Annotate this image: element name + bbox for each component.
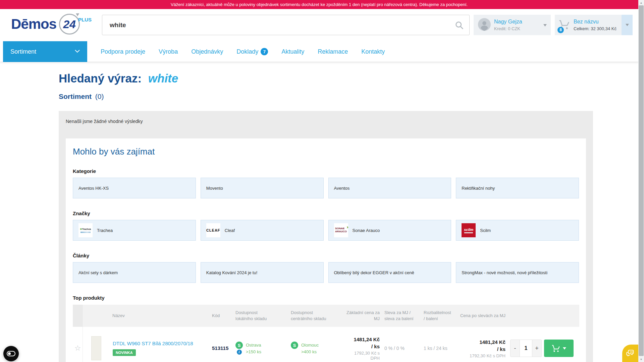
logo-24-text: 24 <box>63 18 76 31</box>
article-tile[interactable]: Akční sety s dárkem <box>73 262 196 283</box>
scrollbar-thumb[interactable] <box>639 5 644 356</box>
cart-name: Bez názvu <box>574 18 622 25</box>
suggestions-card: Mohlo by vás zajímat Kategorie Aventos H… <box>66 138 586 362</box>
sortiment-chevron-down-icon <box>75 50 80 53</box>
quantity-value[interactable]: 1 <box>520 340 532 357</box>
toggle-icon <box>7 351 15 356</box>
logo-plus-text: PLUS <box>78 17 92 22</box>
scroll-up-icon[interactable]: ▲ <box>638 0 644 5</box>
col-cena-po-slevach: Cena po slevách za MJ <box>455 313 505 319</box>
announcement-text: Vážení zákazníci, aktuálně může u polovi… <box>171 2 468 7</box>
section-count: (0) <box>95 93 104 100</box>
brand-tile-scilm[interactable]: scilm Scilm <box>456 220 579 241</box>
col-nazev: Název <box>83 313 212 319</box>
sortiment-label: Sortiment <box>10 48 36 55</box>
user-credit: Kredit: 0 CZK <box>494 26 520 31</box>
nav-item-objednavky[interactable]: Objednávky <box>191 48 223 55</box>
chat-bubbles-icon <box>625 348 635 358</box>
cart-dropdown-button[interactable] <box>622 15 633 35</box>
base-price-unit: / ks <box>344 343 380 350</box>
article-tile[interactable]: Katalog Kování 2024 je tu! <box>201 262 324 283</box>
cart-meta: Bez názvu Celkem: 32 300,34 Kč <box>574 18 622 32</box>
section-name: Sortiment <box>59 93 92 100</box>
user-meta: Nagy Gejza Kredit: 0 CZK <box>494 18 522 32</box>
cart-summary[interactable]: 8 Bez názvu Celkem: 32 300,34 Kč <box>555 15 633 35</box>
favorite-star-icon[interactable]: ☆ <box>74 344 81 353</box>
logo[interactable]: Dēmos 24 PLUS <box>11 14 80 35</box>
cart-icon: 8 <box>559 19 570 32</box>
favorite-column-header <box>73 305 83 327</box>
scilm-logo: scilm <box>462 223 476 237</box>
scrollbar[interactable]: ▲ ▼ <box>638 0 644 362</box>
product-name-cell: DTDL W960 ST7 Bílá 2800/2070/18 NOVINKA <box>83 336 212 360</box>
articles-title: Články <box>73 253 579 258</box>
brand-tile-sonae-arauco[interactable]: ➤ SONAE ARAUCO Sonae Arauco <box>328 220 451 241</box>
user-account-menu[interactable]: Nagy Gejza Kredit: 0 CZK <box>474 15 551 35</box>
nav-item-podpora-prodeje[interactable]: Podpora prodeje <box>101 48 145 55</box>
nav-item-doklady[interactable]: Doklady 7 <box>236 48 268 55</box>
category-tile[interactable]: Rektifikační nohy <box>456 178 579 198</box>
top-products-title: Top produkty <box>73 295 579 301</box>
search-input[interactable] <box>102 21 454 29</box>
col-zakladni-cena: Základní cena za MJ <box>344 310 380 321</box>
sortiment-menu-button[interactable]: Sortiment <box>3 41 87 62</box>
logo-24-circle: 24 PLUS <box>59 14 80 35</box>
product-link[interactable]: DTDL W960 ST7 Bílá 2800/2070/18 <box>113 341 193 346</box>
novinka-badge: NOVINKA <box>113 349 136 356</box>
search-icon[interactable] <box>454 20 464 30</box>
nav-item-kontakty[interactable]: Kontakty <box>361 48 385 55</box>
category-tile[interactable]: Movento <box>201 178 324 198</box>
central-stock-qty: >400 ks <box>301 349 317 354</box>
suggestions-title: Mohlo by vás zajímat <box>73 146 579 157</box>
trachea-logo: ✚Trachea <box>78 223 93 237</box>
base-price-vat: 1792,30 Kč s DPH <box>344 351 380 361</box>
sonae-arauco-logo: ➤ SONAE ARAUCO <box>334 223 348 237</box>
article-tile[interactable]: StrongMax - nové možnosti, nové příležit… <box>456 262 579 283</box>
central-stock-city: Olomouc <box>301 342 319 349</box>
brand-tiles: ✚Trachea Trachea CLEAF Cleaf ➤ SON <box>73 220 579 241</box>
base-price-cell: 1481,24 Kč / ks 1792,30 Kč s DPH <box>344 336 380 361</box>
cookie-consent-button[interactable] <box>3 346 19 361</box>
quantity-decrease-button[interactable]: - <box>511 340 520 357</box>
cart-options-chevron-icon <box>563 347 566 350</box>
final-price-unit: / ks <box>455 346 505 353</box>
no-results-message: Nenašli jsme žádné vhodné výsledky <box>66 119 143 124</box>
announcement-banner: Vážení zákazníci, aktuálně může u polovi… <box>0 0 638 9</box>
favorite-cell: ☆ <box>73 327 83 362</box>
doklady-count-badge: 7 <box>261 48 268 55</box>
col-rozbalitelnost: Rozbalitelnost / balení <box>415 310 455 321</box>
nav-item-vyroba[interactable]: Výroba <box>159 48 178 55</box>
final-price: 1481,24 Kč <box>455 339 505 346</box>
main-nav: Sortiment Podpora prodeje Výroba Objedná… <box>0 41 638 62</box>
nav-item-reklamace[interactable]: Reklamace <box>318 48 348 55</box>
nav-links: Podpora prodeje Výroba Objednávky Doklad… <box>101 41 385 62</box>
nav-item-aktuality[interactable]: Aktuality <box>281 48 304 55</box>
scroll-down-icon[interactable]: ▼ <box>638 357 644 362</box>
add-to-cart-button[interactable] <box>544 340 574 357</box>
col-dostupnost-centralniho: Dostupnost centrálního skladu <box>291 310 344 321</box>
cart-chevron-down-icon <box>626 24 629 26</box>
cart-total: Celkem: 32 300,34 Kč <box>574 26 616 31</box>
section-title: Sortiment (0) <box>59 93 104 101</box>
brand-tile-trachea[interactable]: ✚Trachea Trachea <box>73 220 196 241</box>
product-row: ☆ DTDL W960 ST7 Bílá 2800/2070/18 NOVINK… <box>73 327 579 362</box>
brand-tile-cleaf[interactable]: CLEAF Cleaf <box>201 220 324 241</box>
discount-value: 0 % / 0 % <box>384 346 405 351</box>
col-dostupnost-lokalniho: Dostupnost lokálního skladu <box>235 310 291 321</box>
categories-title: Kategorie <box>73 168 579 174</box>
article-tile[interactable]: Oblíbený bílý dekor EGGER v akční ceně <box>328 262 451 283</box>
cleaf-logo: CLEAF <box>206 223 220 237</box>
page-title-prefix: Hledaný výraz: <box>59 72 142 85</box>
logo-arrow-icon <box>76 12 80 16</box>
category-tile[interactable]: Aventos <box>328 178 451 198</box>
category-tiles: Aventos HK-XS Movento Aventos Rektifikač… <box>73 178 579 198</box>
quantity-increase-button[interactable]: + <box>532 340 541 357</box>
chat-widget-button[interactable] <box>622 345 638 362</box>
page: Vážení zákazníci, aktuálně může u polovi… <box>0 0 638 362</box>
central-stock-cell: S Olomouc >400 ks <box>291 342 344 355</box>
base-price: 1481,24 Kč <box>344 336 380 343</box>
stock-info-icon[interactable]: i <box>237 350 242 355</box>
final-price-cell: 1481,24 Kč / ks 1792,30 Kč s DPH <box>455 339 505 358</box>
category-tile[interactable]: Aventos HK-XS <box>73 178 196 198</box>
product-thumbnail[interactable] <box>91 336 101 360</box>
